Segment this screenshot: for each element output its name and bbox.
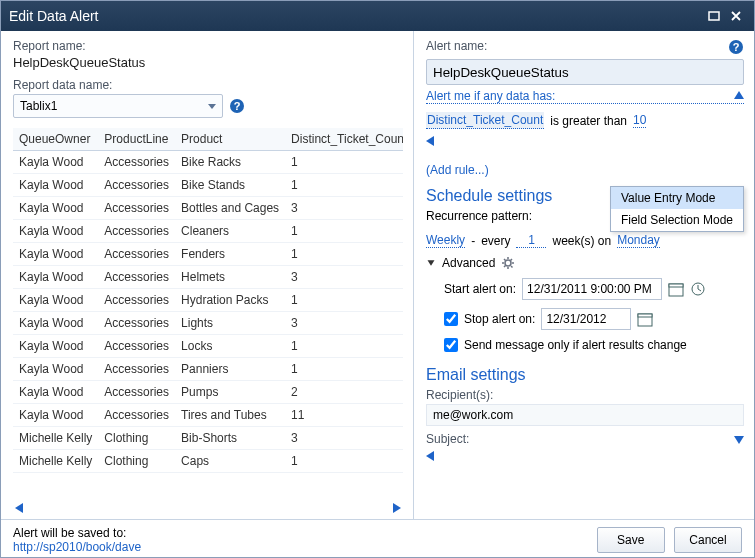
table-cell: 3 (285, 266, 403, 289)
table-row[interactable]: Kayla WoodAccessoriesHydration Packs1 (13, 289, 403, 312)
table-row[interactable]: Kayla WoodAccessoriesFenders1 (13, 243, 403, 266)
expand-icon[interactable] (428, 260, 435, 266)
save-button[interactable]: Save (597, 527, 665, 553)
interval-input[interactable] (516, 233, 546, 248)
table-cell: Fenders (175, 243, 285, 266)
value-entry-mode-item[interactable]: Value Entry Mode (611, 187, 743, 209)
recurrence-unit[interactable]: Weekly (426, 233, 465, 248)
left-panel: Report name: HelpDeskQueueStatus Report … (1, 31, 414, 519)
save-path-link[interactable]: http://sp2010/book/dave (13, 540, 141, 554)
stop-date-input[interactable] (541, 308, 631, 330)
close-icon (730, 10, 742, 22)
scroll-left-icon[interactable] (15, 503, 23, 513)
cancel-button[interactable]: Cancel (674, 527, 742, 553)
table-cell: Accessories (98, 220, 175, 243)
rule-prev-icon[interactable] (426, 136, 434, 146)
table-row[interactable]: Kayla WoodAccessoriesPanniers1 (13, 358, 403, 381)
calendar-icon[interactable] (668, 281, 684, 297)
table-row[interactable]: Kayla WoodAccessoriesLights3 (13, 312, 403, 335)
table-row[interactable]: Kayla WoodAccessoriesBottles and Cages3 (13, 197, 403, 220)
table-cell: Kayla Wood (13, 289, 98, 312)
table-row[interactable]: Michelle KellyClothingCaps1 (13, 450, 403, 473)
table-cell: 3 (285, 197, 403, 220)
alert-name-label: Alert name: (426, 39, 487, 53)
table-cell: Kayla Wood (13, 243, 98, 266)
report-name-value: HelpDeskQueueStatus (13, 55, 403, 70)
table-cell: Kayla Wood (13, 174, 98, 197)
only-change-checkbox[interactable] (444, 338, 458, 352)
table-cell: Kayla Wood (13, 381, 98, 404)
table-row[interactable]: Kayla WoodAccessoriesHelmets3 (13, 266, 403, 289)
window-title: Edit Data Alert (9, 8, 702, 24)
table-cell: 1 (285, 243, 403, 266)
maximize-button[interactable] (704, 8, 724, 24)
column-header[interactable]: Distinct_Ticket_Count l (285, 128, 403, 151)
clock-icon[interactable] (690, 281, 706, 297)
table-row[interactable]: Kayla WoodAccessoriesBike Racks1 (13, 151, 403, 174)
gear-icon (501, 256, 515, 270)
table-row[interactable]: Kayla WoodAccessoriesPumps2 (13, 381, 403, 404)
table-cell: Helmets (175, 266, 285, 289)
close-button[interactable] (726, 8, 746, 24)
column-header[interactable]: ProductLine (98, 128, 175, 151)
table-cell: 1 (285, 358, 403, 381)
table-cell: 2 (285, 381, 403, 404)
subject-label: Subject: (426, 432, 469, 446)
titlebar: Edit Data Alert (1, 1, 754, 31)
advanced-label: Advanced (442, 256, 495, 270)
start-label: Start alert on: (444, 282, 516, 296)
table-cell: Michelle Kelly (13, 427, 98, 450)
table-row[interactable]: Kayla WoodAccessoriesLocks1 (13, 335, 403, 358)
help-icon[interactable]: ? (229, 98, 245, 114)
recipients-label: Recipient(s): (426, 388, 744, 402)
table-row[interactable]: Kayla WoodAccessoriesTires and Tubes11 (13, 404, 403, 427)
column-header[interactable]: QueueOwner (13, 128, 98, 151)
column-header[interactable]: Product (175, 128, 285, 151)
table-cell: Kayla Wood (13, 197, 98, 220)
table-cell: Kayla Wood (13, 358, 98, 381)
alert-name-input[interactable] (426, 59, 744, 85)
scroll-down-icon[interactable] (734, 436, 744, 444)
table-cell: 1 (285, 220, 403, 243)
table-cell: 3 (285, 427, 403, 450)
only-change-label: Send message only if alert results chang… (464, 338, 687, 352)
table-cell: Kayla Wood (13, 335, 98, 358)
svg-text:?: ? (733, 41, 740, 53)
table-cell: Accessories (98, 381, 175, 404)
help-icon[interactable]: ? (728, 39, 744, 55)
calendar-icon[interactable] (637, 311, 653, 327)
recipients-input[interactable] (426, 404, 744, 426)
table-row[interactable]: Kayla WoodAccessoriesCleaners1 (13, 220, 403, 243)
table-cell: 1 (285, 450, 403, 473)
day-link[interactable]: Monday (617, 233, 660, 248)
table-cell: Accessories (98, 312, 175, 335)
table-cell: 1 (285, 174, 403, 197)
maximize-icon (708, 11, 720, 21)
add-rule-link[interactable]: (Add rule...) (426, 163, 489, 177)
report-data-select[interactable]: Tablix1 (13, 94, 223, 118)
table-cell: Kayla Wood (13, 220, 98, 243)
stop-checkbox[interactable] (444, 312, 458, 326)
table-cell: Accessories (98, 151, 175, 174)
table-cell: 11 (285, 404, 403, 427)
table-cell: Clothing (98, 427, 175, 450)
report-name-label: Report name: (13, 39, 403, 53)
table-cell: Accessories (98, 174, 175, 197)
table-cell: Accessories (98, 358, 175, 381)
table-cell: Hydration Packs (175, 289, 285, 312)
table-cell: Caps (175, 450, 285, 473)
subject-prev-icon[interactable] (426, 451, 434, 461)
rule-operator: is greater than (550, 114, 627, 128)
scroll-right-icon[interactable] (393, 503, 401, 513)
rule-value[interactable]: 10 (633, 113, 646, 128)
table-cell: Panniers (175, 358, 285, 381)
field-selection-mode-item[interactable]: Field Selection Mode (611, 209, 743, 231)
table-cell: Kayla Wood (13, 266, 98, 289)
table-row[interactable]: Michelle KellyClothingBib-Shorts3 (13, 427, 403, 450)
rule-field[interactable]: Distinct_Ticket_Count (426, 112, 544, 129)
table-row[interactable]: Kayla WoodAccessoriesBike Stands1 (13, 174, 403, 197)
data-table-wrap: QueueOwnerProductLineProductDistinct_Tic… (13, 128, 403, 501)
table-cell: Locks (175, 335, 285, 358)
start-date-input[interactable] (522, 278, 662, 300)
data-table: QueueOwnerProductLineProductDistinct_Tic… (13, 128, 403, 473)
